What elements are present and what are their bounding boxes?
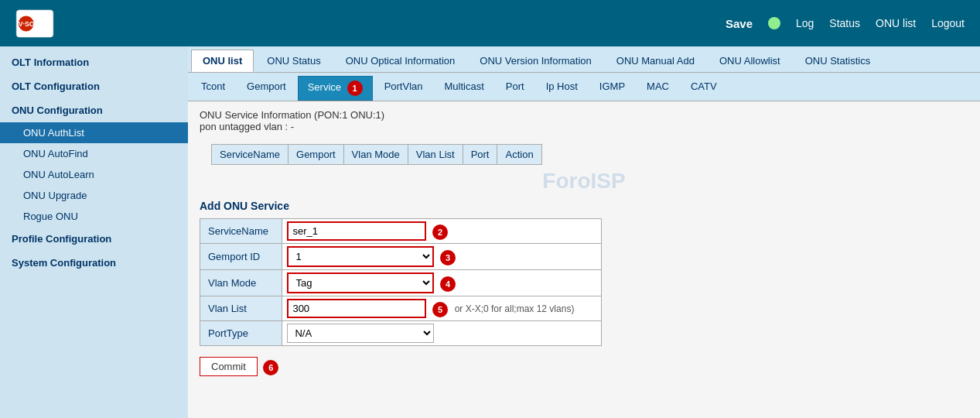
porttype-select[interactable]: N/A UNI VEIP <box>287 324 434 343</box>
sidebar: OLT Information OLT Configuration ONU Co… <box>0 46 188 418</box>
tab-onu-manual-add[interactable]: ONU Manual Add <box>605 50 706 72</box>
tab-service[interactable]: Service 1 <box>298 76 373 101</box>
label-servicename: ServiceName <box>200 219 282 244</box>
input-cell-servicename: 2 <box>282 219 602 244</box>
main-layout: OLT Information OLT Configuration ONU Co… <box>0 46 980 418</box>
service-table-area: ServiceName Gemport Vlan Mode Vlan List … <box>200 144 968 196</box>
add-service-form: ServiceName 2 Gemport ID 1 2 3 4 <box>200 218 602 346</box>
commit-button[interactable]: Commit <box>200 357 258 376</box>
badge-1: 1 <box>347 81 363 96</box>
tab-mac[interactable]: MAC <box>637 76 679 101</box>
tab-onu-allowlist[interactable]: ONU Allowlist <box>708 50 792 72</box>
onu-list-link[interactable]: ONU list <box>876 17 916 29</box>
status-dot <box>768 17 780 29</box>
sidebar-item-profile-configuration[interactable]: Profile Configuration <box>0 227 188 251</box>
servicename-input[interactable] <box>287 221 426 241</box>
tab-multicast[interactable]: Multicast <box>435 76 494 101</box>
badge-5: 5 <box>432 302 448 317</box>
gemport-select[interactable]: 1 2 3 4 <box>287 246 434 267</box>
tab-catv[interactable]: CATV <box>681 76 727 101</box>
onu-info-title: ONU Service Information (PON:1 ONU:1) <box>200 109 968 121</box>
watermark: ForoISP <box>542 169 625 194</box>
log-link[interactable]: Log <box>796 17 814 29</box>
badge-3: 3 <box>440 250 456 266</box>
tab-onu-optical-information[interactable]: ONU Optical Information <box>334 50 467 72</box>
badge-6: 6 <box>263 360 278 375</box>
col-vlan-mode: Vlan Mode <box>343 145 408 165</box>
tab-tcont[interactable]: Tcont <box>191 76 235 101</box>
sidebar-item-system-configuration[interactable]: System Configuration <box>0 251 188 275</box>
sidebar-item-rogue-onu[interactable]: Rogue ONU <box>0 206 188 227</box>
badge-4: 4 <box>440 276 456 292</box>
col-service-name: ServiceName <box>212 145 289 165</box>
label-vlanmode: Vlan Mode <box>200 270 282 296</box>
input-cell-gemport: 1 2 3 4 3 <box>282 244 602 270</box>
add-service-title: Add ONU Service <box>200 200 968 212</box>
vsol-logo: V·SOL <box>15 6 54 41</box>
form-row-vlanmode: Vlan Mode Tag Transparent Translate 4 <box>200 270 602 296</box>
form-row-servicename: ServiceName 2 <box>200 219 602 244</box>
save-button[interactable]: Save <box>726 17 753 30</box>
badge-2: 2 <box>432 224 448 240</box>
sidebar-item-olt-information[interactable]: OLT Information <box>0 50 188 74</box>
sidebar-item-onu-authlist[interactable]: ONU AuthList <box>0 122 188 143</box>
col-port: Port <box>463 145 497 165</box>
label-porttype: PortType <box>200 321 282 346</box>
service-table: ServiceName Gemport Vlan Mode Vlan List … <box>211 144 542 165</box>
sidebar-item-onu-configuration[interactable]: ONU Configuration <box>0 98 188 122</box>
tab-onu-version-information[interactable]: ONU Version Information <box>468 50 603 72</box>
col-vlan-list: Vlan List <box>408 145 463 165</box>
vlan-hint: or X-X;0 for all;max 12 vlans) <box>455 303 575 314</box>
form-row-vlanlist: Vlan List 5 or X-X;0 for all;max 12 vlan… <box>200 296 602 321</box>
watermark-area: ForoISP <box>200 173 968 196</box>
content-area: ONU list ONU Status ONU Optical Informat… <box>188 46 980 418</box>
sidebar-item-onu-autolearn[interactable]: ONU AutoLearn <box>0 164 188 185</box>
vlanmode-select[interactable]: Tag Transparent Translate <box>287 272 434 293</box>
tab-gemport[interactable]: Gemport <box>237 76 296 101</box>
tab-igmp[interactable]: IGMP <box>589 76 635 101</box>
label-vlanlist: Vlan List <box>200 296 282 321</box>
sidebar-item-onu-autofind[interactable]: ONU AutoFind <box>0 143 188 164</box>
tab-onu-list[interactable]: ONU list <box>191 50 254 72</box>
input-cell-vlanlist: 5 or X-X;0 for all;max 12 vlans) <box>282 296 602 321</box>
onu-vlan-label: pon untagged vlan : - <box>200 121 968 132</box>
tab-portvlan[interactable]: PortVlan <box>374 76 433 101</box>
tab-onu-statistics[interactable]: ONU Statistics <box>794 50 883 72</box>
add-service-section: Add ONU Service ServiceName 2 Gemport ID… <box>200 200 968 376</box>
svg-text:V·SOL: V·SOL <box>19 20 39 28</box>
input-cell-porttype: N/A UNI VEIP <box>282 321 602 346</box>
col-action: Action <box>497 145 541 165</box>
status-link[interactable]: Status <box>829 17 860 29</box>
label-gemport: Gemport ID <box>200 244 282 270</box>
tab-bar-1: ONU list ONU Status ONU Optical Informat… <box>188 46 980 73</box>
col-gemport: Gemport <box>289 145 344 165</box>
header-right: Save Log Status ONU list Logout <box>726 17 965 30</box>
top-header: V·SOL Save Log Status ONU list Logout <box>0 0 980 46</box>
commit-area: Commit 6 <box>200 351 968 376</box>
tab-ip-host[interactable]: Ip Host <box>536 76 588 101</box>
onu-info: ONU Service Information (PON:1 ONU:1) po… <box>188 101 980 136</box>
logout-link[interactable]: Logout <box>931 17 965 29</box>
input-cell-vlanmode: Tag Transparent Translate 4 <box>282 270 602 296</box>
sidebar-item-onu-upgrade[interactable]: ONU Upgrade <box>0 185 188 206</box>
tab-port[interactable]: Port <box>496 76 534 101</box>
tab-onu-status[interactable]: ONU Status <box>255 50 332 72</box>
sidebar-item-olt-configuration[interactable]: OLT Configuration <box>0 74 188 98</box>
form-row-gemport: Gemport ID 1 2 3 4 3 <box>200 244 602 270</box>
form-row-porttype: PortType N/A UNI VEIP <box>200 321 602 346</box>
logo-area: V·SOL <box>15 6 54 41</box>
tab-bar-2: Tcont Gemport Service 1 PortVlan Multica… <box>188 73 980 101</box>
vlanlist-input[interactable] <box>287 299 426 318</box>
